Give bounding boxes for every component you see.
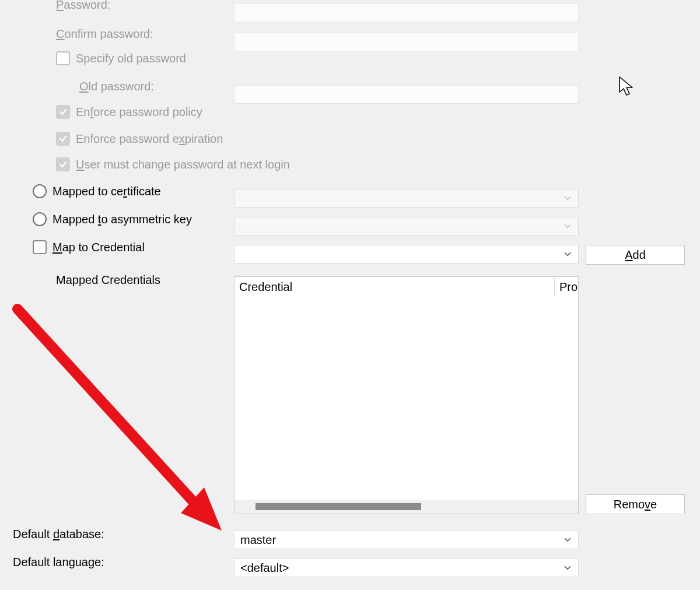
- old-password-label: Old password:: [79, 80, 154, 93]
- chevron-down-icon: [563, 249, 572, 258]
- login-properties-form: Password: Confirm password: Specify old …: [0, 0, 700, 590]
- mapped-to-asymmetric-key-label: Mapped to asymmetric key: [52, 213, 192, 226]
- chevron-down-icon: [563, 535, 572, 544]
- mapped-credentials-list[interactable]: Credential Pro: [234, 276, 579, 514]
- chevron-down-icon: [563, 193, 572, 202]
- default-language-label: Default language:: [13, 556, 104, 569]
- enforce-expiration-label: Enforce password expiration: [76, 132, 223, 146]
- horizontal-scrollbar[interactable]: [235, 500, 578, 514]
- enforce-policy-label: Enforce password policy: [76, 106, 202, 119]
- check-icon: [58, 107, 68, 117]
- mapped-to-asymmetric-key-radio[interactable]: [33, 212, 47, 226]
- enforce-policy-checkbox: [56, 105, 70, 119]
- confirm-password-input: [234, 33, 579, 51]
- chevron-down-icon: [563, 563, 572, 572]
- svg-marker-1: [181, 487, 222, 531]
- default-language-value: <default>: [240, 561, 289, 575]
- check-icon: [58, 160, 68, 169]
- enforce-expiration-checkbox: [56, 132, 70, 146]
- add-button[interactable]: Add: [586, 245, 685, 265]
- certificate-combo: [234, 189, 579, 208]
- must-change-password-label: User must change password at next login: [76, 158, 290, 171]
- check-icon: [58, 134, 68, 143]
- svg-line-0: [18, 309, 198, 507]
- mapped-to-certificate-radio[interactable]: [33, 184, 47, 198]
- must-change-password-checkbox: [56, 157, 70, 171]
- specify-old-password-label: Specify old password: [76, 52, 186, 65]
- default-language-combo[interactable]: <default>: [234, 559, 579, 577]
- credential-combo[interactable]: [234, 245, 579, 264]
- annotation-arrow: [6, 297, 239, 542]
- mapped-to-certificate-label: Mapped to certificate: [52, 185, 161, 198]
- map-to-credential-checkbox[interactable]: [33, 240, 47, 254]
- asymmetric-key-combo: [234, 217, 579, 236]
- column-header-provider[interactable]: Pro: [554, 278, 578, 296]
- chevron-down-icon: [563, 221, 572, 230]
- password-input: [234, 3, 579, 22]
- confirm-password-label: Confirm password:: [56, 27, 153, 41]
- mapped-credentials-label: Mapped Credentials: [56, 273, 160, 287]
- specify-old-password-checkbox: [56, 51, 70, 65]
- cursor-icon: [618, 76, 635, 97]
- column-header-credential[interactable]: Credential: [235, 278, 554, 296]
- default-database-combo[interactable]: master: [234, 531, 579, 549]
- map-to-credential-label: Map to Credential: [52, 241, 145, 254]
- scrollbar-thumb[interactable]: [256, 503, 421, 510]
- default-database-value: master: [240, 533, 276, 547]
- remove-button[interactable]: Remove: [586, 494, 685, 514]
- old-password-input: [234, 85, 579, 104]
- default-database-label: Default database:: [13, 528, 104, 541]
- password-label: Password:: [56, 0, 110, 12]
